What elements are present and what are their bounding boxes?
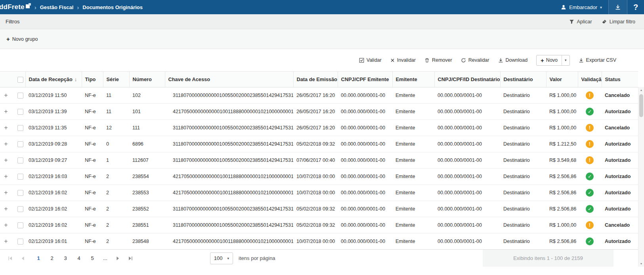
new-button[interactable]: + Novo (537, 55, 562, 65)
expand-row-button[interactable]: + (3, 108, 9, 115)
help-button[interactable]: ? (627, 0, 644, 14)
pager-next-button[interactable] (113, 253, 123, 264)
scroll-down-icon[interactable]: ▼ (638, 262, 644, 265)
new-dropdown-button[interactable]: ▾ (562, 55, 569, 65)
cell-expand: + (0, 152, 14, 169)
sort-desc-icon: ↓ (75, 76, 77, 82)
cell-valor: R$ 2.506,86 (546, 185, 578, 201)
new-split-button: + Novo ▾ (536, 55, 569, 66)
validation-ok-icon: ✓ (586, 173, 594, 180)
expand-row-button[interactable]: + (3, 238, 9, 245)
header-status[interactable]: Status (602, 72, 638, 87)
row-checkbox[interactable] (17, 93, 23, 99)
new-group-label: Novo grupo (12, 36, 38, 42)
cell-tipo: NF-e (82, 201, 103, 217)
table-header: Data de Recepção↓ Tipo Série Número Chav… (0, 72, 638, 87)
scrollbar-thumb[interactable] (639, 94, 643, 117)
cell-data-emissao: 26/05/2017 16:20 (293, 104, 338, 120)
header-valor[interactable]: Valor (546, 72, 578, 87)
filters-title: Filtros (6, 19, 19, 25)
page-size-dropdown[interactable]: 100 ▾ (210, 252, 233, 264)
pager-page-2[interactable]: 2 (47, 253, 57, 264)
expand-row-button[interactable]: + (3, 92, 9, 99)
header-cnpj-emitente[interactable]: CNPJ/CPF Emitente (338, 72, 392, 87)
expand-row-button[interactable]: + (3, 222, 9, 229)
cell-cnpj-emitente: 00.000.000/0001-00 (338, 233, 392, 250)
cell-cnpj-emitente: 00.000.000/0001-00 (338, 217, 392, 233)
breadcrumb-separator-icon: › (34, 4, 36, 11)
expand-row-button[interactable]: + (3, 205, 9, 212)
header-tipo[interactable]: Tipo (82, 72, 103, 87)
pager-first-button[interactable] (5, 253, 15, 264)
chevron-down-icon: ▾ (227, 256, 229, 260)
cell-serie: 2 (103, 169, 129, 185)
export-csv-button[interactable]: Exportar CSV (579, 57, 616, 63)
pager-page-3[interactable]: 3 (60, 253, 71, 264)
row-checkbox[interactable] (17, 206, 23, 212)
download-icon (498, 58, 503, 63)
pager-page-1[interactable]: 1 (33, 253, 44, 264)
header-destinatario[interactable]: Destinatário (500, 72, 546, 87)
validate-button[interactable]: Validar (359, 57, 382, 63)
cell-data-emissao: 07/06/2017 00:40 (293, 152, 338, 169)
row-checkbox[interactable] (17, 174, 23, 180)
cell-serie: 1 (103, 152, 129, 169)
cell-data-recepcao: 02/12/2019 16:03 (25, 169, 82, 185)
row-checkbox[interactable] (17, 190, 23, 196)
scroll-up-icon[interactable]: ▲ (638, 89, 644, 91)
expand-row-button[interactable]: + (3, 173, 9, 180)
validation-warning-icon: ! (586, 156, 594, 164)
header-validacao[interactable]: Validação (578, 72, 602, 87)
cell-data-emissao: 05/02/2018 09:32 (293, 201, 338, 217)
row-checkbox[interactable] (17, 109, 23, 115)
pager-last-button[interactable] (125, 253, 136, 264)
user-menu-button[interactable]: Embarcador ▾ (554, 0, 608, 14)
brand-logo[interactable]: ddFrete (0, 3, 31, 11)
row-checkbox[interactable] (17, 141, 23, 147)
select-all-checkbox[interactable] (17, 77, 23, 83)
pager-pages: 12345 (32, 253, 99, 264)
breadcrumb-documentos-originarios[interactable]: Documentos Originários (82, 4, 143, 10)
download-rows-button[interactable]: Download (498, 57, 528, 63)
cell-status: Cancelado (602, 217, 638, 233)
cell-valor: R$ 1.000,00 (546, 104, 578, 120)
header-numero[interactable]: Número (129, 72, 165, 87)
remove-button[interactable]: Remover (424, 57, 452, 63)
clear-filter-button[interactable]: Limpar filtro (602, 19, 635, 25)
download-rows-label: Download (506, 57, 528, 63)
row-checkbox[interactable] (17, 222, 23, 228)
header-data-recepcao[interactable]: Data de Recepção↓ (25, 72, 82, 87)
header-serie[interactable]: Série (103, 72, 129, 87)
download-button[interactable] (609, 0, 627, 14)
cell-data-emissao: 26/05/2017 16:20 (293, 87, 338, 104)
breadcrumb-gestao-fiscal[interactable]: Gestão Fiscal (40, 4, 74, 10)
expand-row-button[interactable]: + (3, 189, 9, 196)
pager-ellipsis[interactable]: ... (103, 255, 107, 261)
row-checkbox[interactable] (17, 239, 23, 245)
apply-filter-button[interactable]: Aplicar (569, 19, 592, 25)
header-emitente[interactable]: Emitente (392, 72, 434, 87)
expand-row-button[interactable]: + (3, 140, 9, 148)
pager-prev-button[interactable] (18, 253, 28, 264)
top-bar: ddFrete › Gestão Fiscal › Documentos Ori… (0, 0, 644, 14)
cell-checkbox (14, 185, 25, 201)
header-data-emissao[interactable]: Data de Emissão (293, 72, 338, 87)
expand-row-button[interactable]: + (3, 124, 9, 131)
row-checkbox[interactable] (17, 125, 23, 131)
invalidate-button[interactable]: Invalidar (390, 57, 416, 63)
expand-row-button[interactable]: + (3, 157, 9, 164)
cell-cnpj-emitente: 00.000.000/0001-00 (338, 87, 392, 104)
cell-chave-acesso: 4217050000000000010011888000000102100000… (165, 104, 293, 120)
cell-chave-acesso: 3118070000000000010055002000238550142941… (165, 136, 293, 152)
cell-destinatario: Destinatário (500, 217, 546, 233)
vertical-scrollbar[interactable]: ▲ ▼ (638, 87, 644, 267)
header-chave-acesso[interactable]: Chave de Acesso (165, 72, 293, 87)
cell-cnpj-emitente: 00.000.000/0001-00 (338, 104, 392, 120)
revalidate-button[interactable]: Revalidar (461, 57, 489, 63)
row-checkbox[interactable] (17, 157, 23, 163)
new-group-button[interactable]: + Novo grupo (6, 36, 38, 42)
pager-page-5[interactable]: 5 (87, 253, 97, 264)
pager-page-4[interactable]: 4 (74, 253, 84, 264)
table-row: +03/12/2019 11:35NF-e1211131180700000000… (0, 120, 638, 136)
header-cnpj-destinatario[interactable]: CNPJ/CPF/ID Destinatário (434, 72, 500, 87)
